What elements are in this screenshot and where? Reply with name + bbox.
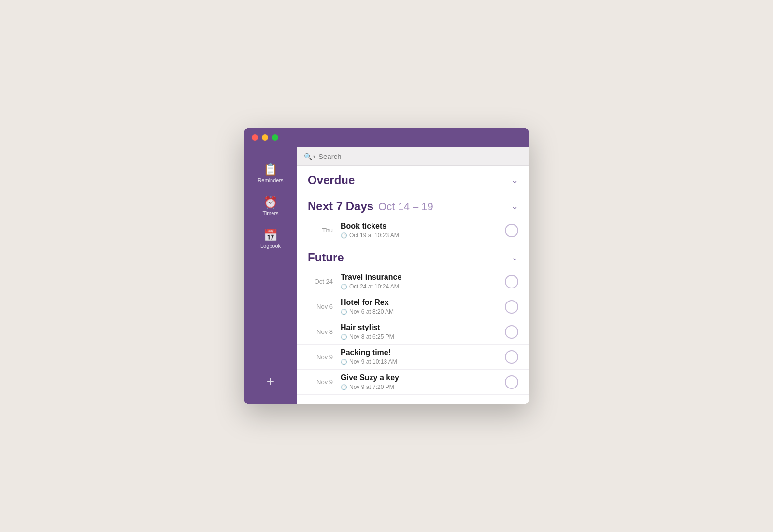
- item-time-label: Nov 8 at 6:25 PM: [349, 333, 394, 340]
- next7days-collapse-button[interactable]: ⌄: [511, 201, 518, 212]
- item-day: Nov 9: [297, 378, 341, 386]
- item-day: Nov 9: [297, 353, 341, 360]
- maximize-button[interactable]: [272, 134, 278, 141]
- item-info: Book tickets 🕐 Oct 19 at 10:23 AM: [341, 222, 499, 239]
- clock-icon: 🕐: [341, 359, 347, 365]
- title-bar: [244, 128, 529, 147]
- clock-icon: 🕐: [341, 284, 347, 290]
- next7days-subtitle: Oct 14 – 19: [378, 201, 433, 213]
- item-title[interactable]: Give Suzy a key: [341, 374, 499, 382]
- item-info: Hair stylist 🕐 Nov 8 at 6:25 PM: [341, 323, 499, 340]
- search-chevron-icon: ▾: [313, 154, 315, 159]
- item-info: Hotel for Rex 🕐 Nov 6 at 8:20 AM: [341, 298, 499, 315]
- sidebar: 📋 Reminders ⏰ Timers 📅 Logbook +: [244, 147, 297, 404]
- item-time-label: Nov 9 at 7:20 PM: [349, 384, 394, 390]
- sidebar-label-reminders: Reminders: [258, 177, 283, 183]
- sidebar-item-timers[interactable]: ⏰ Timers: [244, 190, 297, 223]
- search-input[interactable]: [318, 152, 522, 160]
- item-time: 🕐 Nov 9 at 10:13 AM: [341, 359, 499, 365]
- content-area: 🔍 ▾ Overdue ⌄ Next 7 Days Oct 14 – 19: [297, 147, 529, 404]
- item-time-label: Nov 6 at 8:20 AM: [349, 308, 394, 315]
- overdue-section-header: Overdue ⌄: [297, 166, 529, 192]
- sidebar-label-logbook: Logbook: [260, 243, 281, 249]
- item-time-label: Oct 19 at 10:23 AM: [349, 232, 399, 239]
- next7days-title-wrap: Next 7 Days Oct 14 – 19: [308, 200, 433, 213]
- search-icon-wrap: 🔍 ▾: [304, 153, 315, 160]
- item-checkbox[interactable]: [505, 375, 518, 389]
- item-info: Travel insurance 🕐 Oct 24 at 10:24 AM: [341, 273, 499, 290]
- item-title[interactable]: Packing time!: [341, 348, 499, 357]
- list-item: Nov 6 Hotel for Rex 🕐 Nov 6 at 8:20 AM: [297, 294, 529, 319]
- app-window: 📋 Reminders ⏰ Timers 📅 Logbook + 🔍 ▾: [244, 128, 529, 404]
- list-item: Nov 8 Hair stylist 🕐 Nov 8 at 6:25 PM: [297, 319, 529, 345]
- item-title[interactable]: Hair stylist: [341, 323, 499, 332]
- list-item: Nov 9 Give Suzy a key 🕐 Nov 9 at 7:20 PM: [297, 370, 529, 395]
- item-checkbox[interactable]: [505, 325, 518, 339]
- item-time: 🕐 Nov 6 at 8:20 AM: [341, 308, 499, 315]
- overdue-title: Overdue: [308, 173, 355, 187]
- list-area: Overdue ⌄ Next 7 Days Oct 14 – 19 ⌄ Thu …: [297, 166, 529, 404]
- item-time-label: Nov 9 at 10:13 AM: [349, 359, 397, 365]
- app-body: 📋 Reminders ⏰ Timers 📅 Logbook + 🔍 ▾: [244, 147, 529, 404]
- item-time: 🕐 Oct 24 at 10:24 AM: [341, 283, 499, 290]
- item-time: 🕐 Nov 8 at 6:25 PM: [341, 333, 499, 340]
- list-item: Oct 24 Travel insurance 🕐 Oct 24 at 10:2…: [297, 269, 529, 294]
- item-day: Nov 6: [297, 303, 341, 310]
- item-checkbox[interactable]: [505, 350, 518, 364]
- item-time: 🕐 Oct 19 at 10:23 AM: [341, 232, 499, 239]
- clock-icon: 🕐: [341, 384, 347, 390]
- search-bar: 🔍 ▾: [297, 147, 529, 166]
- item-day: Oct 24: [297, 278, 341, 285]
- search-icon: 🔍: [304, 153, 312, 160]
- add-button[interactable]: +: [260, 368, 281, 395]
- future-section-header: Future ⌄: [297, 243, 529, 269]
- list-item: Thu Book tickets 🕐 Oct 19 at 10:23 AM: [297, 218, 529, 243]
- reminders-icon: 📋: [263, 164, 278, 175]
- clock-icon: 🕐: [341, 232, 347, 239]
- item-time-label: Oct 24 at 10:24 AM: [349, 283, 399, 290]
- item-checkbox[interactable]: [505, 224, 518, 237]
- clock-icon: 🕐: [341, 334, 347, 340]
- sidebar-item-reminders[interactable]: 📋 Reminders: [244, 157, 297, 190]
- close-button[interactable]: [252, 134, 258, 141]
- item-info: Give Suzy a key 🕐 Nov 9 at 7:20 PM: [341, 374, 499, 390]
- next7days-title: Next 7 Days: [308, 200, 373, 213]
- sidebar-item-logbook[interactable]: 📅 Logbook: [244, 223, 297, 256]
- item-day: Nov 8: [297, 328, 341, 335]
- minimize-button[interactable]: [262, 134, 268, 141]
- item-title[interactable]: Travel insurance: [341, 273, 499, 282]
- logbook-icon: 📅: [263, 230, 278, 241]
- clock-icon: 🕐: [341, 309, 347, 315]
- next7days-section-header: Next 7 Days Oct 14 – 19 ⌄: [297, 192, 529, 218]
- future-title: Future: [308, 251, 344, 264]
- sidebar-label-timers: Timers: [262, 210, 278, 216]
- item-day: Thu: [297, 227, 341, 234]
- item-time: 🕐 Nov 9 at 7:20 PM: [341, 384, 499, 390]
- item-checkbox[interactable]: [505, 275, 518, 288]
- future-collapse-button[interactable]: ⌄: [511, 252, 518, 263]
- timers-icon: ⏰: [263, 197, 278, 208]
- list-item: Nov 9 Packing time! 🕐 Nov 9 at 10:13 AM: [297, 345, 529, 370]
- item-title[interactable]: Hotel for Rex: [341, 298, 499, 307]
- item-title[interactable]: Book tickets: [341, 222, 499, 230]
- item-info: Packing time! 🕐 Nov 9 at 10:13 AM: [341, 348, 499, 365]
- overdue-collapse-button[interactable]: ⌄: [511, 175, 518, 186]
- item-checkbox[interactable]: [505, 300, 518, 314]
